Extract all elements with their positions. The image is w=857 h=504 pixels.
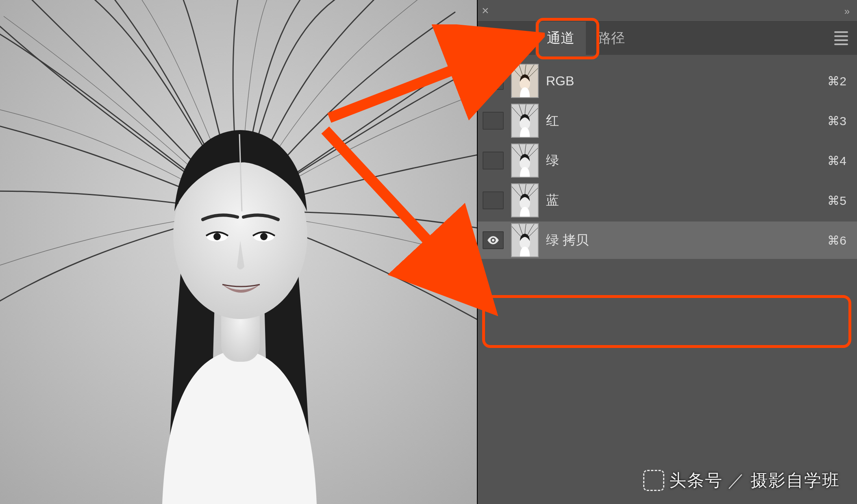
channel-row-blue[interactable]: 蓝 ⌘5	[478, 182, 857, 219]
channel-row-green-copy[interactable]: 绿 拷贝 ⌘6	[478, 222, 857, 259]
channel-shortcut: ⌘6	[827, 233, 846, 248]
document-canvas[interactable]	[0, 0, 478, 504]
watermark-logo-icon	[643, 470, 664, 491]
channel-row-green[interactable]: 绿 ⌘4	[478, 142, 857, 179]
panel-header: × »	[478, 0, 857, 22]
channel-thumbnail	[511, 143, 539, 178]
visibility-toggle[interactable]	[483, 152, 504, 169]
watermark-brand: 头条号	[669, 469, 723, 492]
panel-menu-icon[interactable]	[834, 31, 848, 45]
visibility-toggle[interactable]	[483, 191, 504, 209]
watermark: 头条号 ／ 摄影自学班	[643, 469, 840, 492]
channel-name: RGB	[546, 74, 820, 89]
panel-tab-bar: 图层 通道 路径	[478, 22, 857, 55]
svg-point-5	[213, 233, 221, 240]
channel-name: 蓝	[546, 191, 820, 209]
channel-row-rgb[interactable]: RGB ⌘2	[478, 62, 857, 100]
channel-thumbnail	[511, 183, 539, 217]
channel-thumbnail	[511, 223, 539, 257]
tab-layers[interactable]: 图层	[485, 22, 535, 55]
channel-name: 绿	[546, 152, 820, 169]
collapse-icon[interactable]: »	[844, 6, 850, 17]
visibility-toggle[interactable]	[483, 231, 504, 249]
channel-thumbnail	[511, 64, 539, 98]
channel-shortcut: ⌘2	[827, 74, 846, 88]
watermark-separator: ／	[728, 469, 746, 492]
portrait-illustration	[0, 0, 477, 504]
tab-paths[interactable]: 路径	[586, 22, 636, 55]
channel-thumbnail	[511, 104, 539, 138]
channels-panel: × » 图层 通道 路径 RGB ⌘2	[478, 0, 857, 504]
channel-shortcut: ⌘3	[827, 114, 846, 128]
svg-point-19	[492, 239, 495, 242]
channel-name: 绿 拷贝	[546, 231, 820, 249]
watermark-author: 摄影自学班	[750, 469, 840, 492]
svg-point-6	[260, 233, 268, 240]
visibility-toggle[interactable]	[483, 112, 504, 130]
canvas-image	[0, 0, 478, 504]
channel-list: RGB ⌘2 红 ⌘3 绿 ⌘4	[478, 55, 857, 504]
channel-row-red[interactable]: 红 ⌘3	[478, 102, 857, 139]
channel-shortcut: ⌘4	[827, 154, 846, 168]
tab-channels[interactable]: 通道	[535, 22, 586, 55]
visibility-toggle[interactable]	[483, 72, 504, 90]
close-icon[interactable]: ×	[482, 4, 498, 17]
channel-name: 红	[546, 112, 820, 130]
channel-shortcut: ⌘5	[827, 193, 846, 208]
eye-icon	[487, 236, 499, 245]
